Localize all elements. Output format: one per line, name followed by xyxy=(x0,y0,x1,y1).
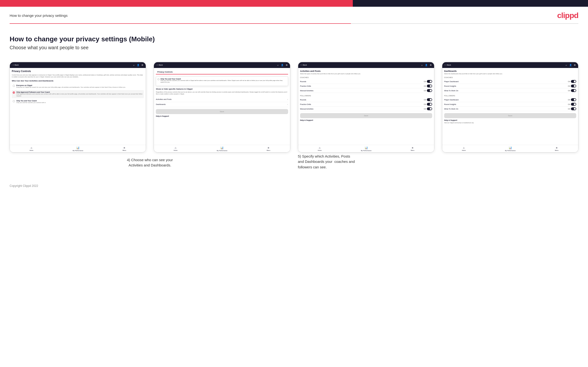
main-content: How to change your privacy settings (Mob… xyxy=(0,24,588,202)
activities-posts-label: Activities and Posts xyxy=(156,98,172,100)
s2-bottom-performance-btn[interactable]: 📊 My Performance xyxy=(217,146,227,151)
page-heading: How to change your privacy settings (Mob… xyxy=(10,35,578,43)
s3-rounds-coaches: Rounds ON xyxy=(300,79,432,84)
radio-followers-coach-label: Only Approved Followers and Your Coach xyxy=(16,91,143,93)
s4-what-to-work-coaches-toggle[interactable] xyxy=(571,89,576,92)
s4-round-insights-coaches: Round Insights ON xyxy=(444,84,576,88)
screen3-back-btn[interactable]: ‹ < Back xyxy=(300,64,307,66)
settings-icon2[interactable]: ⚙ xyxy=(285,64,288,67)
s2-chart-icon: 📊 xyxy=(220,146,224,149)
top-bar xyxy=(0,0,588,7)
dashboards-chevron-icon: › xyxy=(287,103,288,106)
s3-bottom-home-btn[interactable]: ⌂ Home xyxy=(318,146,321,151)
screen4-back-btn[interactable]: ‹ < Back xyxy=(444,64,451,66)
s4-bottom-home-btn[interactable]: ⌂ Home xyxy=(462,146,466,151)
s3-manual-followers: Manual Activities ON xyxy=(300,107,432,111)
person-icon[interactable]: 👤 xyxy=(137,64,139,67)
screen2-save-btn[interactable]: Save xyxy=(156,109,288,114)
s4-what-to-work-coaches: What To Work On ON xyxy=(444,88,576,93)
s3-bottom-performance-btn[interactable]: 📊 My Performance xyxy=(361,146,372,151)
screen2-section-desc: Regardless of the privacy controls that … xyxy=(156,91,288,95)
s3-rounds-followers-toggle[interactable] xyxy=(427,98,432,101)
s2-bottom-menu-btn[interactable]: ≡ Menu xyxy=(267,146,270,151)
screen3-bottom-nav: ⌂ Home 📊 My Performance ≡ Menu xyxy=(298,145,434,152)
screen4-content: Dashboards Select the dashboards that yo… xyxy=(442,68,578,145)
screen2-bottom-nav: ⌂ Home 📊 My Performance ≡ Menu xyxy=(154,145,290,152)
s4-player-coaches-toggle[interactable] xyxy=(571,80,576,83)
s4-what-to-work-followers: What To Work On ON xyxy=(444,107,576,111)
search-icon2[interactable]: ⌕ xyxy=(277,64,279,67)
dropdown-desc: Only you and the coaches you connect wit… xyxy=(160,80,286,83)
dashboards-row[interactable]: Dashboards › xyxy=(156,102,288,107)
s4-menu-icon: ≡ xyxy=(556,146,557,149)
s3-manual-coaches: Manual Activities ON xyxy=(300,88,432,93)
screenshots-grid: ‹ < Back ⌕ 👤 ⚙ Privacy Controls Control … xyxy=(10,62,578,152)
screen4-save-btn[interactable]: Save xyxy=(444,113,576,118)
screen3-nav: ‹ < Back ⌕ 👤 ⚙ xyxy=(298,62,434,68)
screen2-back-btn[interactable]: ‹ < Back xyxy=(156,64,163,66)
caption-row-2: 5) Specify which Activities, Postsand Da… xyxy=(10,154,578,170)
s4-player-followers-toggle[interactable] xyxy=(571,98,576,101)
breadcrumb: How to change your privacy settings xyxy=(10,13,68,17)
screen2-dropdown[interactable]: Only You and Your Coach Only you and the… xyxy=(156,76,288,86)
s3-practice-followers-toggle[interactable] xyxy=(427,103,432,106)
s2-bottom-home-btn[interactable]: ⌂ Home xyxy=(174,146,177,151)
screen4-coaches-label: COACHES xyxy=(444,77,576,78)
screen4-nav-icons: ⌕ 👤 ⚙ xyxy=(565,64,576,67)
s4-round-insights-followers: Round Insights ON xyxy=(444,102,576,107)
s2-menu-icon: ≡ xyxy=(268,146,269,149)
radio-you-coach[interactable]: Only You and Your Coach Only you and the… xyxy=(12,99,144,105)
screen2-tab[interactable]: Privacy Controls xyxy=(156,70,174,75)
bottom-performance-btn[interactable]: 📊 My Performance xyxy=(73,146,83,151)
bottom-menu-btn[interactable]: ≡ Menu xyxy=(123,146,126,151)
screen2-tab-row: Privacy Controls xyxy=(156,70,288,75)
menu-icon: ≡ xyxy=(124,146,125,149)
radio-everyone[interactable]: Everyone on Clippd Everyone on Clippd ca… xyxy=(12,83,144,90)
screen4-bottom-nav: ⌂ Home 📊 My Performance ≡ Menu xyxy=(442,145,578,152)
settings-icon[interactable]: ⚙ xyxy=(141,64,144,67)
s3-manual-coaches-toggle[interactable] xyxy=(427,89,432,92)
screen2-content: Privacy Controls Only You and Your Coach… xyxy=(154,68,290,145)
screen3-coaches-label: COACHES xyxy=(300,77,432,78)
screen2-section-heading: Show or hide specific features in Clippd xyxy=(156,88,288,90)
search-icon[interactable]: ⌕ xyxy=(132,64,135,67)
screen3-help-support: Help & Support xyxy=(300,118,432,122)
screen2-nav: ‹ < Back ⌕ 👤 ⚙ xyxy=(154,62,290,68)
activities-posts-row[interactable]: Activities and Posts › xyxy=(156,97,288,102)
search-icon4[interactable]: ⌕ xyxy=(565,64,568,67)
screen3-save-btn[interactable]: Save xyxy=(300,113,432,118)
radio-you-coach-label: Only You and Your Coach xyxy=(16,100,46,102)
person-icon2[interactable]: 👤 xyxy=(281,64,284,67)
settings-icon3[interactable]: ⚙ xyxy=(429,64,432,67)
s4-chart-icon: 📊 xyxy=(509,146,512,149)
s4-bottom-performance-btn[interactable]: 📊 My Performance xyxy=(505,146,516,151)
radio-everyone-label: Everyone on Clippd xyxy=(16,84,126,86)
screen3-content: Activities and Posts Select the types of… xyxy=(298,68,434,145)
s3-manual-followers-toggle[interactable] xyxy=(427,107,432,110)
search-icon3[interactable]: ⌕ xyxy=(421,64,424,67)
screen1-back-btn[interactable]: ‹ < Back xyxy=(12,64,19,66)
s3-home-icon: ⌂ xyxy=(319,146,320,149)
logo: clippd xyxy=(557,11,578,20)
back-chevron-icon2: ‹ xyxy=(156,64,156,66)
s4-bottom-menu-btn[interactable]: ≡ Menu xyxy=(555,146,558,151)
s3-rounds-followers: Rounds ON xyxy=(300,98,432,102)
radio-followers-coach[interactable]: Only Approved Followers and Your Coach O… xyxy=(12,90,144,98)
screen1-bottom-nav: ⌂ Home 📊 My Performance ≡ Menu xyxy=(10,145,146,152)
screen4-title: Dashboards xyxy=(444,70,576,72)
person-icon3[interactable]: 👤 xyxy=(425,64,428,67)
s4-round-insights-followers-toggle[interactable] xyxy=(571,103,576,106)
s3-practice-coaches-toggle[interactable] xyxy=(427,84,432,87)
s4-round-insights-coaches-toggle[interactable] xyxy=(571,84,576,87)
screen2-mockup: ‹ < Back ⌕ 👤 ⚙ Privacy Controls xyxy=(154,62,290,152)
s3-bottom-menu-btn[interactable]: ≡ Menu xyxy=(411,146,414,151)
s2-home-icon: ⌂ xyxy=(175,146,176,149)
s3-rounds-coaches-toggle[interactable] xyxy=(427,80,432,83)
screen1-title: Privacy Controls xyxy=(12,70,144,73)
activities-chevron-icon: › xyxy=(287,98,288,101)
dashboards-label: Dashboards xyxy=(156,103,165,105)
s4-what-to-work-followers-toggle[interactable] xyxy=(571,107,576,110)
person-icon4[interactable]: 👤 xyxy=(569,64,572,67)
bottom-home-btn[interactable]: ⌂ Home xyxy=(30,146,34,151)
settings-icon4[interactable]: ⚙ xyxy=(573,64,576,67)
